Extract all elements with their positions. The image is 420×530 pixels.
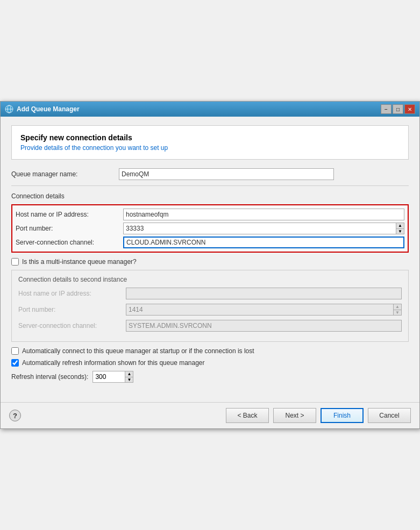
next-button[interactable]: Next > xyxy=(273,408,316,423)
minimize-button[interactable]: − xyxy=(381,104,391,114)
second-port-spinbox: ▲ ▼ xyxy=(126,304,402,316)
second-port-spin-buttons: ▲ ▼ xyxy=(393,304,402,316)
refresh-interval-row: Refresh interval (seconds): ▲ ▼ xyxy=(11,371,409,383)
port-input[interactable] xyxy=(123,223,396,234)
refresh-interval-input[interactable] xyxy=(92,371,125,383)
connection-details-title: Connection details xyxy=(11,192,409,200)
header-section: Specify new connection details Provide d… xyxy=(11,125,409,160)
second-port-row: Port number: ▲ ▼ xyxy=(18,304,402,316)
multi-instance-checkbox[interactable] xyxy=(11,258,19,266)
port-row: Port number: ▲ ▼ xyxy=(16,223,404,234)
queue-manager-name-label: Queue manager name: xyxy=(11,170,119,178)
window-icon xyxy=(5,105,13,113)
host-row: Host name or IP address: xyxy=(16,209,404,220)
help-button[interactable]: ? xyxy=(9,410,21,421)
second-channel-row: Server-connection channel: xyxy=(18,320,402,332)
bottom-right: < Back Next > Finish Cancel xyxy=(226,408,411,423)
second-port-spin-down[interactable]: ▼ xyxy=(394,310,401,316)
second-port-input[interactable] xyxy=(126,304,393,316)
host-label: Host name or IP address: xyxy=(16,211,123,218)
queue-manager-name-row: Queue manager name: xyxy=(11,168,409,180)
refresh-spin-down[interactable]: ▼ xyxy=(125,377,133,383)
separator-1 xyxy=(11,185,409,186)
page-title: Specify new connection details xyxy=(20,133,400,142)
second-host-input[interactable] xyxy=(126,288,402,299)
multi-instance-label: Is this a multi-instance queue manager? xyxy=(22,258,137,266)
port-spinbox: ▲ ▼ xyxy=(123,223,404,234)
queue-manager-name-input[interactable] xyxy=(119,168,334,180)
auto-connect-checkbox[interactable] xyxy=(11,347,19,355)
channel-label: Server-connection channel: xyxy=(16,239,123,246)
title-bar: Add Queue Manager − □ ✕ xyxy=(1,102,419,117)
auto-refresh-checkbox[interactable] xyxy=(11,359,19,367)
channel-input[interactable] xyxy=(123,237,404,248)
second-channel-label: Server-connection channel: xyxy=(18,322,126,330)
auto-connect-row: Automatically connect to this queue mana… xyxy=(11,347,409,355)
second-host-row: Host name or IP address: xyxy=(18,288,402,299)
host-input[interactable] xyxy=(123,209,404,220)
port-spin-up[interactable]: ▲ xyxy=(396,223,404,229)
close-button[interactable]: ✕ xyxy=(404,104,415,114)
second-port-spin-up[interactable]: ▲ xyxy=(394,304,401,310)
port-label: Port number: xyxy=(16,225,123,232)
auto-refresh-label: Automatically refresh information shown … xyxy=(22,359,205,367)
second-port-label: Port number: xyxy=(18,306,126,313)
title-bar-left: Add Queue Manager xyxy=(5,105,80,113)
cancel-button[interactable]: Cancel xyxy=(368,408,411,423)
second-host-label: Host name or IP address: xyxy=(18,290,126,297)
title-controls: − □ ✕ xyxy=(381,104,415,114)
refresh-spin-up[interactable]: ▲ xyxy=(125,371,133,377)
bottom-bar: ? < Back Next > Finish Cancel xyxy=(1,402,419,428)
auto-connect-label: Automatically connect to this queue mana… xyxy=(22,347,254,355)
refresh-spinbox: ▲ ▼ xyxy=(92,371,133,383)
port-spin-down[interactable]: ▼ xyxy=(396,229,404,234)
finish-button[interactable]: Finish xyxy=(321,408,364,423)
port-spin-buttons: ▲ ▼ xyxy=(396,223,404,234)
auto-refresh-row: Automatically refresh information shown … xyxy=(11,359,409,367)
main-content: Specify new connection details Provide d… xyxy=(1,117,419,391)
second-channel-input[interactable] xyxy=(126,320,402,332)
multi-instance-row: Is this a multi-instance queue manager? xyxy=(11,258,409,266)
maximize-button[interactable]: □ xyxy=(393,104,403,114)
window-title: Add Queue Manager xyxy=(17,105,80,113)
page-subtitle: Provide details of the connection you wa… xyxy=(20,144,400,152)
second-instance-title: Connection details to second instance xyxy=(18,276,402,283)
highlighted-connection-box: Host name or IP address: Port number: ▲ … xyxy=(11,204,409,253)
bottom-left: ? xyxy=(9,410,21,421)
back-button[interactable]: < Back xyxy=(226,408,269,423)
second-instance-section: Connection details to second instance Ho… xyxy=(11,270,409,342)
main-window: Add Queue Manager − □ ✕ Specify new conn… xyxy=(0,101,420,429)
refresh-spin-buttons: ▲ ▼ xyxy=(125,371,133,383)
refresh-interval-label: Refresh interval (seconds): xyxy=(11,373,88,381)
channel-row: Server-connection channel: xyxy=(16,237,404,248)
